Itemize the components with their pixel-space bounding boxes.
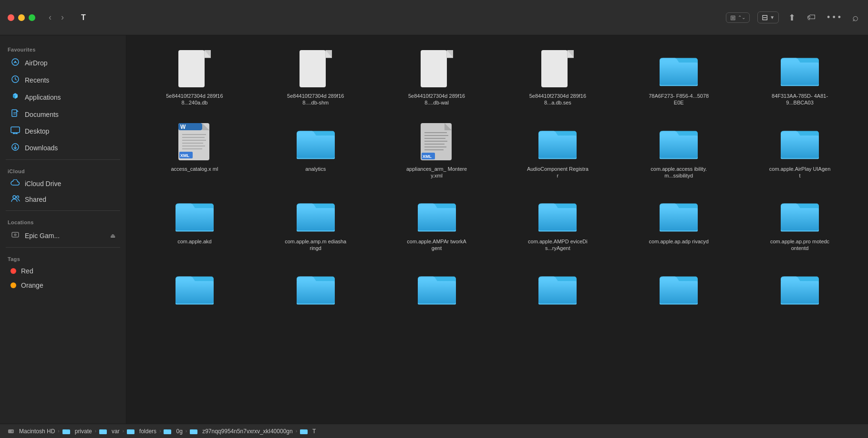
file-item[interactable]: 5e84410f27304d 289f168...a.db.ses	[499, 45, 616, 112]
maximize-button[interactable]	[29, 14, 35, 21]
file-item[interactable]: 84F313AA-785D- 4A81-9...BBCA03	[741, 45, 858, 112]
sidebar-item-shared[interactable]: Shared	[3, 191, 123, 208]
breadcrumb-label: z97nqq9954n5n7vxrxv_xkI40000gn	[202, 428, 292, 435]
sidebar-item-applications[interactable]: Applications	[3, 89, 123, 106]
more-options-icon[interactable]: • • •	[825, 10, 843, 24]
svg-rect-4	[12, 110, 17, 116]
folder-icon	[538, 196, 577, 234]
group-by-button[interactable]: ⊟ ▼	[757, 11, 779, 23]
file-item[interactable]: com.apple.access ibility.m...ssibilityd	[620, 118, 737, 185]
tag-icon[interactable]: 🏷	[805, 10, 817, 24]
file-item[interactable]: com.apple.ap.adp rivacyd	[620, 190, 737, 258]
file-item[interactable]: com.apple.ap.pro motedcontentd	[741, 190, 858, 258]
svg-rect-66	[297, 209, 335, 231]
file-item[interactable]: com.apple.AirPlay UIAgent	[741, 118, 858, 185]
file-item[interactable]	[620, 263, 737, 317]
forward-button[interactable]: ›	[57, 10, 68, 24]
svg-rect-93	[660, 281, 698, 303]
epic-label: Epic Gam...	[25, 232, 60, 240]
view-toggle[interactable]: ⊞ ⌃⌄	[726, 12, 750, 23]
nav-buttons: ‹ ›	[45, 10, 68, 24]
breadcrumb-separator: ›	[123, 428, 124, 434]
svg-rect-63	[176, 209, 214, 231]
icloud-drive-label: iCloud Drive	[25, 180, 61, 188]
svg-line-3	[15, 79, 17, 80]
back-button[interactable]: ‹	[45, 10, 55, 24]
document-icon	[176, 51, 214, 89]
file-item[interactable]: AudioComponent Registrar	[499, 118, 616, 185]
file-name: com.apple.ap.pro motedcontentd	[769, 238, 831, 252]
file-item[interactable]	[499, 263, 616, 317]
svg-text:XML: XML	[180, 153, 190, 158]
orange-tag-icon	[10, 282, 16, 288]
orange-tag-label: Orange	[21, 282, 43, 289]
breadcrumb-item[interactable]: 0g	[164, 428, 182, 435]
file-name: appliances_arm_ Monterey.xml	[406, 166, 468, 179]
file-item[interactable]	[257, 263, 374, 317]
file-item[interactable]: W XML access_catalog.x ml	[136, 118, 253, 185]
downloads-icon	[10, 143, 20, 153]
sidebar-item-tag-red[interactable]: Red	[3, 264, 123, 278]
svg-rect-21	[541, 50, 568, 87]
breadcrumb-item[interactable]: T	[300, 428, 316, 435]
file-item[interactable]	[136, 263, 253, 317]
breadcrumb-item[interactable]: z97nqq9954n5n7vxrxv_xkI40000gn	[190, 428, 292, 435]
breadcrumb-label: T	[312, 428, 316, 435]
file-item[interactable]	[378, 263, 496, 317]
svg-rect-87	[418, 281, 456, 303]
close-button[interactable]	[8, 14, 14, 21]
folder-icon	[418, 196, 456, 234]
file-item[interactable]: 5e84410f27304d 289f168...240a.db	[136, 45, 253, 112]
file-name: com.apple.ap.adp rivacyd	[649, 238, 709, 245]
divider-1	[6, 159, 120, 160]
sidebar-item-documents[interactable]: Documents	[3, 106, 123, 123]
sidebar-item-desktop[interactable]: Desktop	[3, 123, 123, 139]
folder-icon	[660, 196, 698, 234]
shared-label: Shared	[25, 196, 46, 203]
file-item[interactable]: 78A6F273- F856-4...5078E0E	[620, 45, 737, 112]
desktop-label: Desktop	[25, 127, 49, 135]
sidebar-item-airdrop[interactable]: AirDrop	[3, 54, 123, 72]
airdrop-label: AirDrop	[25, 59, 47, 67]
file-item[interactable]	[741, 263, 858, 317]
svg-rect-84	[297, 281, 335, 303]
svg-rect-75	[660, 209, 698, 231]
folder-icon	[190, 428, 197, 434]
file-item[interactable]: analytics	[257, 118, 374, 185]
file-item[interactable]: com.apple.AMPD eviceDis...ryAgent	[499, 190, 616, 258]
breadcrumb-item[interactable]: var	[99, 428, 120, 435]
share-icon[interactable]: ⬆	[786, 10, 797, 25]
file-item[interactable]: com.apple.akd	[136, 190, 253, 258]
folder-icon	[660, 124, 698, 162]
svg-rect-57	[660, 136, 698, 158]
sidebar-item-epic[interactable]: Epic Gam... ⏏	[3, 227, 123, 244]
sidebar-item-recents[interactable]: Recents	[3, 72, 123, 89]
breadcrumb-item[interactable]: folders	[127, 428, 156, 435]
folder-icon	[538, 124, 577, 162]
divider-2	[6, 210, 120, 211]
folder-icon	[164, 428, 171, 434]
minimize-button[interactable]	[18, 14, 25, 21]
document-icon	[538, 51, 577, 89]
svg-point-17	[15, 234, 16, 235]
sidebar-item-downloads[interactable]: Downloads	[3, 139, 123, 156]
file-item[interactable]: 5e84410f27304d 289f168....db-wal	[378, 45, 496, 112]
document-icon	[297, 51, 335, 89]
breadcrumb-item[interactable]: Macintosh HD	[8, 428, 55, 435]
svg-point-13	[13, 196, 16, 198]
chevron-up-down-icon: ⌃⌄	[738, 15, 745, 20]
file-name: 5e84410f27304d 289f168...a.db.ses	[527, 93, 589, 106]
sidebar-item-icloud-drive[interactable]: iCloud Drive	[3, 176, 123, 191]
file-item[interactable]: XML appliances_arm_ Monterey.xml	[378, 118, 496, 185]
airdrop-icon	[10, 58, 20, 68]
folder-icon	[538, 269, 577, 307]
file-item[interactable]: com.apple.AMPAr tworkAgent	[378, 190, 496, 258]
svg-rect-60	[781, 136, 819, 158]
breadcrumb-item[interactable]: private	[62, 428, 92, 435]
eject-icon[interactable]: ⏏	[110, 232, 115, 239]
sidebar-item-tag-orange[interactable]: Orange	[3, 278, 123, 292]
breadcrumb-separator: ›	[186, 428, 187, 434]
file-item[interactable]: 5e84410f27304d 289f168....db-shm	[257, 45, 374, 112]
search-icon[interactable]: ⌕	[850, 10, 860, 26]
file-item[interactable]: com.apple.amp.m ediasharingd	[257, 190, 374, 258]
